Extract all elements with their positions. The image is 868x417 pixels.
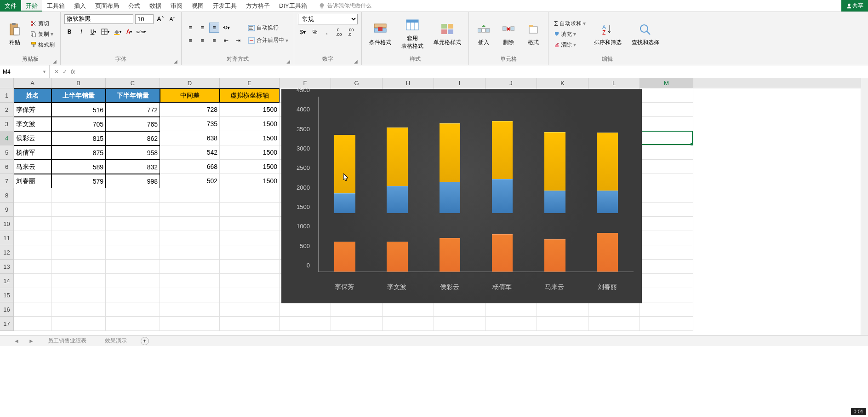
cell-H17[interactable]: [383, 317, 434, 331]
cell-J16[interactable]: [485, 302, 537, 317]
cell-C9[interactable]: [106, 203, 160, 217]
row-header-15[interactable]: 15: [0, 288, 13, 302]
worksheet-grid[interactable]: ABCDEFGHIJKLM 1234567891011121314151617 …: [0, 78, 868, 335]
format-cells-button[interactable]: 格式: [522, 20, 544, 48]
cell-A13[interactable]: [14, 260, 51, 274]
row-header-13[interactable]: 13: [0, 260, 13, 274]
number-launcher[interactable]: ◢: [354, 59, 358, 64]
copy-button[interactable]: 复制▾: [29, 29, 57, 39]
fill-button[interactable]: 填充▾: [552, 29, 588, 39]
cell-M14[interactable]: [640, 274, 693, 288]
cell-G17[interactable]: [331, 317, 383, 331]
align-bottom-button[interactable]: ≡: [209, 23, 219, 33]
cell-M2[interactable]: [640, 103, 693, 117]
tab-diy[interactable]: DIY工具箱: [274, 0, 312, 12]
cell-B6[interactable]: 589: [51, 160, 106, 174]
cell-D5[interactable]: 542: [160, 145, 220, 160]
cell-B10[interactable]: [51, 217, 106, 231]
accounting-format-button[interactable]: $▾: [298, 27, 308, 37]
cell-C12[interactable]: [106, 245, 160, 260]
bar-segment[interactable]: [440, 182, 461, 214]
cell-C17[interactable]: [106, 317, 160, 331]
align-left-button[interactable]: ≡: [185, 35, 195, 46]
cell-I17[interactable]: [434, 317, 485, 331]
bar-segment[interactable]: [440, 123, 461, 182]
tab-file[interactable]: 文件: [0, 0, 21, 12]
cell-D8[interactable]: [160, 188, 220, 203]
cell-D1[interactable]: 中间差: [160, 88, 220, 103]
bar-segment[interactable]: [492, 179, 513, 213]
increase-decimal-button[interactable]: .0.00: [334, 27, 344, 37]
cell-M10[interactable]: [640, 217, 693, 231]
cell-A7[interactable]: 刘春丽: [14, 174, 51, 188]
sheet-nav-next[interactable]: ►: [29, 338, 34, 344]
cell-B15[interactable]: [51, 288, 106, 302]
cell-C16[interactable]: [106, 302, 160, 317]
cell-styles-button[interactable]: 单元格样式: [430, 20, 465, 48]
cell-I16[interactable]: [434, 302, 485, 317]
percent-button[interactable]: %: [310, 27, 320, 37]
cell-C14[interactable]: [106, 274, 160, 288]
cell-D4[interactable]: 638: [160, 131, 220, 145]
cell-D15[interactable]: [160, 288, 220, 302]
merge-center-button[interactable]: 合并后居中▾: [246, 35, 290, 45]
cell-E2[interactable]: 1500: [220, 103, 280, 117]
cell-E15[interactable]: [220, 288, 280, 302]
row-header-7[interactable]: 7: [0, 174, 13, 188]
sheet-tab-1[interactable]: 员工销售业绩表: [43, 336, 91, 346]
bar-segment[interactable]: [492, 234, 513, 272]
bar-segment[interactable]: [334, 193, 355, 214]
cell-E12[interactable]: [220, 245, 280, 260]
tab-formulas[interactable]: 公式: [124, 0, 145, 12]
cell-E17[interactable]: [220, 317, 280, 331]
cell-E8[interactable]: [220, 188, 280, 203]
cell-M15[interactable]: [640, 288, 693, 302]
clear-button[interactable]: 清除▾: [552, 40, 588, 50]
tab-data[interactable]: 数据: [145, 0, 166, 12]
tab-fangfang[interactable]: 方方格子: [241, 0, 274, 12]
clipboard-launcher[interactable]: ◢: [53, 59, 57, 64]
row-header-9[interactable]: 9: [0, 203, 13, 217]
tab-page-layout[interactable]: 页面布局: [91, 0, 124, 12]
col-header-I[interactable]: I: [434, 78, 485, 88]
cell-D7[interactable]: 502: [160, 174, 220, 188]
wrap-text-button[interactable]: 自动换行: [246, 23, 290, 33]
cell-B4[interactable]: 815: [51, 131, 106, 145]
tell-me-search[interactable]: 告诉我你想做什么: [312, 0, 841, 12]
row-header-14[interactable]: 14: [0, 274, 13, 288]
italic-button[interactable]: I: [76, 27, 86, 37]
col-header-A[interactable]: A: [14, 78, 51, 88]
phonetic-button[interactable]: wén▾: [136, 27, 146, 37]
align-center-button[interactable]: ≡: [197, 35, 207, 46]
cell-L16[interactable]: [588, 302, 640, 317]
cell-C6[interactable]: 832: [106, 160, 160, 174]
bar-segment[interactable]: [334, 135, 355, 193]
row-header-8[interactable]: 8: [0, 188, 13, 203]
cell-E5[interactable]: 1500: [220, 145, 280, 160]
cell-E9[interactable]: [220, 203, 280, 217]
bar-segment[interactable]: [387, 186, 408, 214]
bar-segment[interactable]: [544, 132, 565, 191]
cancel-formula-icon[interactable]: ✕: [54, 69, 59, 75]
bar-segment[interactable]: [334, 242, 355, 272]
comma-button[interactable]: ,: [322, 27, 332, 37]
cell-K17[interactable]: [537, 317, 588, 331]
cell-M3[interactable]: [640, 117, 693, 131]
cell-E6[interactable]: 1500: [220, 160, 280, 174]
increase-font-button[interactable]: A˄: [155, 14, 166, 24]
cell-A6[interactable]: 马来云: [14, 160, 51, 174]
cell-M6[interactable]: [640, 160, 693, 174]
align-right-button[interactable]: ≡: [209, 35, 219, 46]
bar-segment[interactable]: [544, 239, 565, 272]
cell-B13[interactable]: [51, 260, 106, 274]
cell-C10[interactable]: [106, 217, 160, 231]
tab-developer[interactable]: 开发工具: [208, 0, 241, 12]
bar-segment[interactable]: [387, 127, 408, 186]
increase-indent-button[interactable]: ⇥: [233, 35, 243, 46]
cell-M11[interactable]: [640, 231, 693, 245]
border-button[interactable]: ▾: [100, 27, 110, 37]
cell-C5[interactable]: 958: [106, 145, 160, 160]
row-header-12[interactable]: 12: [0, 245, 13, 260]
cell-B14[interactable]: [51, 274, 106, 288]
col-header-J[interactable]: J: [485, 78, 537, 88]
